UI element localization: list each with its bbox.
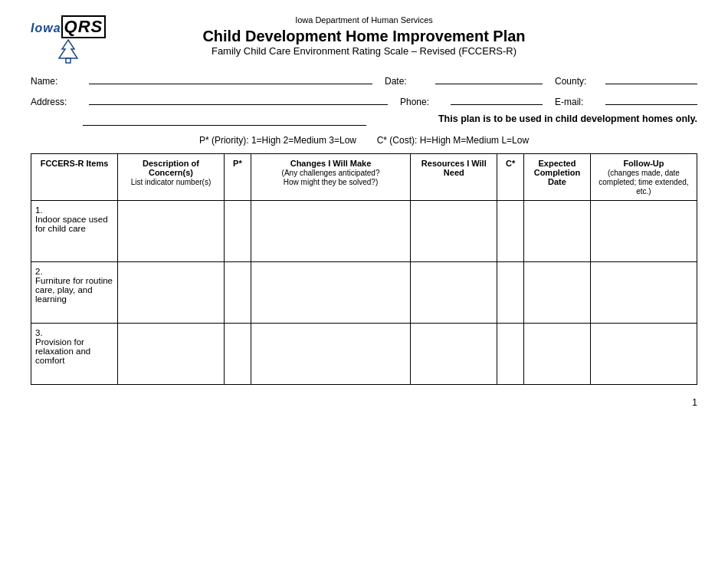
th-followup-main: Follow-Up: [623, 159, 664, 168]
phone-input-line[interactable]: [451, 93, 543, 105]
date-label: Date:: [385, 76, 431, 87]
svg-rect-1: [66, 58, 71, 63]
row2-cost[interactable]: [497, 262, 524, 324]
row3-item: 3. Provision for relaxation and comfort: [31, 324, 118, 385]
row3-followup[interactable]: [590, 324, 697, 385]
county-input-line[interactable]: [605, 72, 697, 84]
row1-cost[interactable]: [497, 201, 524, 262]
th-expected: Expected Completion Date: [524, 154, 591, 201]
row1-changes[interactable]: [251, 201, 411, 262]
row1-expected[interactable]: [524, 201, 591, 262]
svg-marker-0: [59, 40, 77, 58]
address-input-line[interactable]: [89, 93, 388, 105]
th-followup: Follow-Up (changes made, date completed;…: [590, 154, 697, 201]
email-group: E-mail:: [555, 93, 697, 107]
phone-group: Phone:: [400, 93, 543, 107]
table-row: 2. Furniture for routine care, play, and…: [31, 262, 697, 324]
row2-label: Furniture for routine care, play, and le…: [35, 276, 113, 304]
logo-icon: [51, 38, 85, 66]
th-description: Description of Concern(s) List indicator…: [117, 154, 224, 201]
row2-priority[interactable]: [225, 262, 251, 324]
county-group: County:: [555, 72, 697, 87]
priority-legend: P* (Priority): 1=High 2=Medium 3=Low: [199, 135, 356, 146]
legend-row: P* (Priority): 1=High 2=Medium 3=Low C* …: [31, 135, 697, 146]
row2-item: 2. Furniture for routine care, play, and…: [31, 262, 118, 324]
th-changes-sub1: (Any challenges anticipated?: [282, 169, 380, 177]
cost-legend: C* (Cost): H=High M=Medium L=Low: [377, 135, 529, 146]
row3-number: 3.: [35, 328, 43, 337]
logo-area: Iowa QRS: [31, 15, 106, 66]
row3-cost[interactable]: [497, 324, 524, 385]
page-number: 1: [31, 397, 697, 408]
row3-label: Provision for relaxation and comfort: [35, 337, 90, 365]
row3-priority[interactable]: [225, 324, 251, 385]
row1-item: 1. Indoor space used for child care: [31, 201, 118, 262]
row2-number: 2.: [35, 267, 43, 276]
th-desc-sub: List indicator number(s): [131, 178, 211, 186]
th-followup-sub: (changes made, date completed; time exte…: [598, 169, 688, 196]
agency-name: Iowa Department of Human Services: [31, 15, 697, 25]
address-label: Address:: [31, 97, 77, 107]
th-changes-sub2: How might they be solved?): [284, 178, 378, 186]
row1-description[interactable]: [117, 201, 224, 262]
row2-followup[interactable]: [590, 262, 697, 324]
date-group: Date:: [385, 72, 543, 87]
row1-resources[interactable]: [411, 201, 497, 262]
form-row-1: Name: Date: County:: [31, 72, 697, 87]
th-desc-main: Description of Concern(s): [143, 159, 199, 177]
date-input-line[interactable]: [435, 72, 543, 84]
county-label: County:: [555, 76, 601, 87]
row2-resources[interactable]: [411, 262, 497, 324]
page-subtitle: Family Child Care Environment Rating Sca…: [31, 45, 697, 57]
row3-description[interactable]: [117, 324, 224, 385]
row2-expected[interactable]: [524, 262, 591, 324]
th-resources: Resources I Will Need: [411, 154, 497, 201]
table-header-row: FCCERS-R Items Description of Concern(s)…: [31, 154, 697, 201]
improvement-table: FCCERS-R Items Description of Concern(s)…: [31, 153, 697, 385]
th-changes: Changes I Will Make (Any challenges anti…: [251, 154, 411, 201]
th-priority: P*: [225, 154, 251, 201]
table-row: 1. Indoor space used for child care: [31, 201, 697, 262]
row2-changes[interactable]: [251, 262, 411, 324]
row1-followup[interactable]: [590, 201, 697, 262]
th-changes-main: Changes I Will Make: [290, 159, 372, 168]
bold-note: This plan is to be used in child develop…: [438, 113, 697, 124]
row3-expected[interactable]: [524, 324, 591, 385]
row3-changes[interactable]: [251, 324, 411, 385]
row1-number: 1.: [35, 205, 43, 215]
row3-resources[interactable]: [411, 324, 497, 385]
row1-priority[interactable]: [225, 201, 251, 262]
phone-label: Phone:: [400, 97, 446, 107]
page-title: Child Development Home Improvement Plan: [31, 28, 697, 45]
header-logo-row: Iowa QRS Iowa Department of Human Servic…: [31, 15, 697, 69]
name-label: Name:: [31, 76, 77, 87]
email-input-line[interactable]: [605, 93, 697, 105]
address-note-row: This plan is to be used in child develop…: [31, 113, 697, 126]
table-row: 3. Provision for relaxation and comfort: [31, 324, 697, 385]
address-line-2[interactable]: [83, 113, 366, 126]
th-items: FCCERS-R Items: [31, 154, 118, 201]
email-label: E-mail:: [555, 97, 601, 107]
name-input-line[interactable]: [89, 72, 372, 84]
row1-label: Indoor space used for child care: [35, 215, 108, 233]
th-cost: C*: [497, 154, 524, 201]
logo-text: Iowa QRS: [31, 15, 106, 38]
row2-description[interactable]: [117, 262, 224, 324]
form-row-2: Address: Phone: E-mail:: [31, 93, 697, 107]
